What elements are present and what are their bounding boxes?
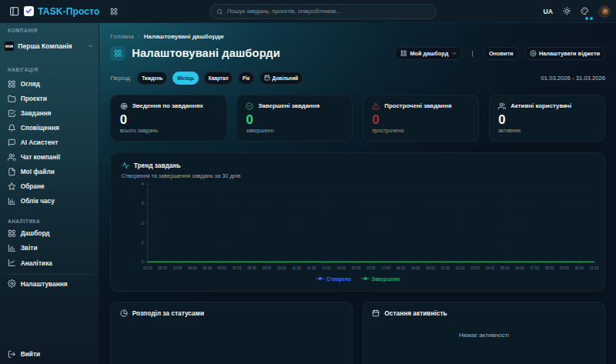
sidebar-item-label: Обране (21, 182, 45, 190)
stat-card-users: Активні користувачі 0 активних (489, 95, 605, 142)
company-selector[interactable]: Перша Компанія (2, 40, 96, 53)
sidebar-item-label: Мої файли (21, 168, 55, 175)
svg-text:1: 1 (142, 240, 144, 245)
sidebar-item-nav-bell[interactable]: Сповіщення (0, 120, 99, 135)
palette-icon (581, 7, 589, 15)
grid-icon (8, 229, 16, 238)
sidebar-item-analytics-bar-chart[interactable]: Звіти (0, 241, 99, 255)
sidebar-item-nav-file[interactable]: Мої файли (0, 165, 99, 179)
stat-card-value: 0 (498, 113, 596, 126)
period-option-Місяць[interactable]: Місяць (172, 72, 199, 85)
period-option-label: Квартал (209, 75, 229, 81)
period-option-Довільний[interactable]: Довільний (259, 72, 303, 85)
theme-toggle-button[interactable] (563, 7, 571, 15)
sidebar-toggle-button[interactable] (8, 5, 20, 17)
status-card-header: Розподіл за статусами (120, 309, 343, 318)
stat-card-title: Прострочені завдання (384, 102, 451, 109)
svg-text:25.03: 25.03 (500, 266, 510, 270)
breadcrumb-separator: › (138, 33, 139, 40)
page-title: Налаштовувані дашборди (132, 47, 280, 59)
bar-chart-icon (8, 244, 16, 252)
svg-text:13.03: 13.03 (322, 266, 331, 270)
sun-icon (563, 7, 571, 15)
global-search[interactable] (209, 4, 437, 18)
dashboard-select-button[interactable]: Мой дашборд (395, 47, 462, 60)
sidebar-item-nav-message-square[interactable]: AI Асистент (0, 135, 99, 150)
gear-icon (530, 50, 537, 57)
check-square-icon (8, 109, 16, 118)
legend-line-icon (316, 276, 324, 281)
palette-button[interactable] (581, 7, 589, 15)
stat-card-title: Активні користувачі (511, 102, 571, 109)
legend-item-Створено[interactable]: Створено (316, 276, 351, 282)
svg-text:17.03: 17.03 (382, 266, 391, 270)
legend-item-Завершено[interactable]: Завершено (361, 276, 400, 282)
search-input[interactable] (227, 8, 430, 15)
sidebar-item-nav-star[interactable]: Обране (0, 179, 99, 194)
activity-card-title: Остання активність (384, 309, 447, 317)
period-buttons: ТижденьМісяцьКварталРікДовільний (137, 72, 303, 85)
svg-text:15.03: 15.03 (352, 266, 361, 270)
bar-chart-icon (8, 197, 16, 205)
pie-chart-icon (120, 309, 128, 317)
stat-card-subtitle: всього завдань (120, 128, 218, 133)
svg-text:01.03: 01.03 (143, 266, 152, 270)
sidebar-item-label: Облік часу (21, 197, 55, 205)
sidebar-item-nav-check-square[interactable]: Завдання (0, 105, 99, 120)
configure-widgets-label: Налаштувати віджети (539, 50, 600, 57)
stat-card-subtitle: прострочено (372, 128, 470, 133)
line-chart-icon (8, 259, 16, 267)
app-name: TASK-Просто (38, 6, 99, 17)
stat-card-header: Зведення по завданнях (120, 102, 218, 111)
analytics-section-label: АНАЛІТИКА (8, 219, 99, 224)
sidebar-item-analytics-grid[interactable]: Дашборд (0, 226, 99, 241)
sidebar-item-settings[interactable]: Налаштування (0, 276, 99, 291)
sidebar-item-nav-folder[interactable]: Проєкти (0, 91, 99, 105)
grid-icon (400, 50, 407, 57)
bottom-grid: Розподіл за статусами Остання активність… (110, 302, 605, 364)
sidebar-item-label: Сповіщення (21, 124, 59, 132)
sidebar-item-label: Дашборд (21, 229, 50, 237)
sidebar-item-label: Завдання (21, 109, 52, 117)
topbar: TASK-Просто UA (0, 0, 616, 23)
user-avatar[interactable] (598, 5, 611, 18)
period-filter: Період: ТижденьМісяцьКварталРікДовільний… (110, 72, 605, 85)
star-icon (8, 182, 16, 191)
sidebar-item-nav-grid[interactable]: Огляд (0, 76, 99, 91)
avatar-photo (599, 6, 611, 18)
breadcrumb-home[interactable]: Головна (110, 33, 133, 40)
dashboard-select-label: Мой дашборд (410, 50, 448, 57)
svg-text:05.03: 05.03 (203, 266, 213, 270)
status-distribution-card: Розподіл за статусами (110, 302, 353, 364)
apps-menu-button[interactable] (109, 5, 120, 17)
more-options-button[interactable] (467, 47, 477, 60)
trend-chart-plot: 0123401.0302.0303.0304.0305.0306.0307.03… (111, 153, 604, 291)
stat-card-value: 0 (120, 113, 218, 126)
sidebar-item-label: Аналітика (21, 259, 52, 267)
svg-text:04.03: 04.03 (188, 266, 197, 270)
sidebar-item-logout[interactable]: Вийти (0, 347, 99, 362)
calendar-icon (264, 75, 270, 81)
panel-left-icon (9, 6, 19, 16)
chevron-down-icon (88, 43, 94, 49)
language-button[interactable]: UA (544, 8, 554, 15)
sidebar-item-nav-users[interactable]: Чат компанії (0, 150, 99, 165)
trend-chart-legend: Створено Завершено (111, 276, 604, 282)
sidebar-item-nav-bar-chart[interactable]: Облік часу (0, 194, 99, 209)
sidebar-item-label: Проєкти (21, 95, 47, 102)
app-logo[interactable] (24, 6, 34, 16)
company-name: Перша Компанія (18, 42, 84, 50)
refresh-button[interactable]: Оновити (484, 47, 519, 60)
svg-text:22.03: 22.03 (456, 266, 465, 270)
logout-icon (8, 350, 16, 359)
period-option-Квартал[interactable]: Квартал (204, 72, 233, 85)
period-option-label: Довільний (273, 75, 299, 81)
dashboard-grid-icon (114, 49, 122, 58)
gear-icon (8, 279, 16, 288)
sidebar-item-analytics-line-chart[interactable]: Аналітика (0, 255, 99, 270)
activity-card-header: Остання активність (372, 309, 595, 318)
period-option-Тиждень[interactable]: Тиждень (137, 72, 167, 85)
svg-text:23.03: 23.03 (470, 266, 480, 270)
configure-widgets-button[interactable]: Налаштувати віджети (524, 47, 605, 60)
period-option-Рік[interactable]: Рік (238, 72, 254, 85)
